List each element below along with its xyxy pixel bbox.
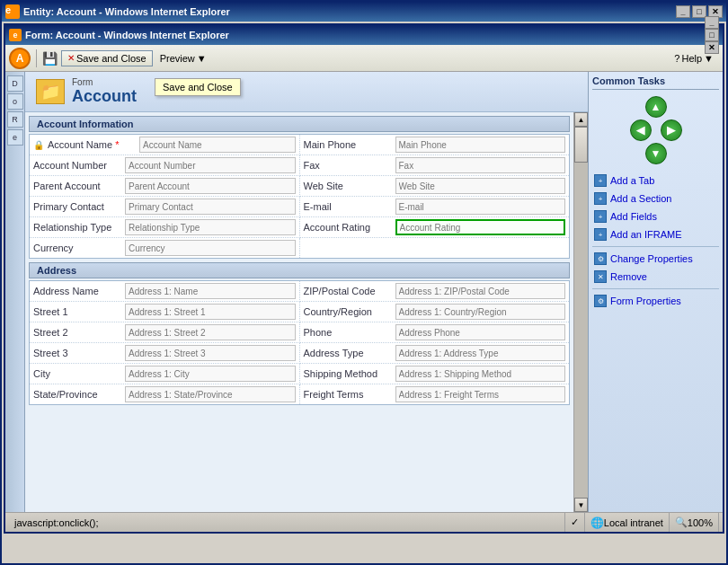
state-province-input[interactable] — [125, 386, 296, 402]
add-tab-item[interactable]: + Add a Tab — [592, 172, 719, 189]
street1-label: Street 1 — [33, 306, 123, 317]
arrow-row-bottom: ▼ — [644, 142, 668, 165]
website-input[interactable] — [395, 178, 566, 194]
field-cell: State/Province — [30, 384, 300, 405]
add-fields-icon: + — [594, 210, 607, 223]
common-tasks-panel: Common Tasks ▲ ◀ ▶ ▼ — [588, 72, 723, 512]
relationship-type-input[interactable] — [125, 219, 296, 235]
status-zone-text: Local intranet — [604, 517, 663, 528]
left-nav-panel: D o R e — [5, 72, 25, 512]
inner-maximize-button[interactable]: □ — [705, 29, 719, 41]
change-properties-icon: ⚙ — [594, 252, 607, 265]
add-iframe-item[interactable]: + Add an IFRAME — [592, 226, 719, 243]
parent-account-input[interactable] — [125, 178, 296, 194]
field-cell-empty — [299, 238, 570, 259]
address-name-input[interactable] — [125, 283, 296, 299]
address-type-label: Address Type — [304, 348, 394, 358]
zip-label: ZIP/Postal Code — [304, 286, 394, 296]
phone-label: Phone — [304, 327, 394, 338]
zip-input[interactable] — [395, 283, 566, 299]
add-section-icon: + — [594, 192, 607, 205]
account-name-input[interactable] — [139, 137, 296, 153]
toolbar: A 💾 ✕ Save and Close Preview ▼ ? Help ▼ — [5, 45, 723, 72]
account-number-label: Account Number — [33, 160, 123, 171]
add-fields-label: Add Fields — [610, 211, 657, 222]
email-input[interactable] — [395, 199, 566, 215]
currency-input[interactable] — [125, 240, 296, 256]
nav-item-4[interactable]: e — [7, 129, 23, 146]
arrow-right-button[interactable]: ▶ — [661, 119, 682, 141]
preview-button[interactable]: Preview ▼ — [156, 51, 210, 66]
field-cell: Freight Terms — [299, 384, 570, 405]
status-zoom: 🔍 100% — [670, 513, 719, 532]
status-ready: ✓ — [565, 513, 585, 532]
arrow-row-middle: ◀ ▶ — [629, 119, 683, 142]
change-properties-label: Change Properties — [610, 253, 693, 264]
table-row: 🔒 Account Name * Main Phone — [30, 135, 570, 155]
arrow-down-button[interactable]: ▼ — [645, 143, 667, 164]
add-section-item[interactable]: + Add a Section — [592, 190, 719, 207]
field-cell: Parent Account — [30, 176, 300, 197]
inner-ie-window: e Form: Account - Windows Internet Explo… — [4, 23, 724, 534]
scroll-track[interactable] — [574, 127, 588, 498]
form-title: Account — [72, 87, 137, 106]
field-cell: Phone — [299, 322, 570, 343]
save-close-icon: ✕ — [67, 53, 75, 63]
change-properties-item[interactable]: ⚙ Change Properties — [592, 251, 719, 267]
table-row: Street 1 Country/Region — [30, 302, 570, 322]
street3-input[interactable] — [125, 345, 296, 361]
arrow-up-button[interactable]: ▲ — [645, 96, 667, 118]
scroll-thumb[interactable] — [574, 127, 588, 163]
field-cell: ZIP/Postal Code — [299, 281, 570, 302]
country-input[interactable] — [395, 304, 566, 320]
freight-terms-input[interactable] — [395, 386, 566, 402]
address-name-label: Address Name — [33, 286, 123, 296]
street1-input[interactable] — [125, 304, 296, 320]
arrow-row-top: ▲ — [644, 95, 668, 119]
address-type-input[interactable] — [395, 345, 566, 361]
address-section-header: Address — [29, 262, 570, 278]
main-area: D o R e 📁 Form Account — [5, 72, 723, 512]
table-row: City Shipping Method — [30, 364, 570, 384]
add-fields-item[interactable]: + Add Fields — [592, 208, 719, 225]
field-cell: Currency — [30, 238, 300, 259]
field-cell: 🔒 Account Name * — [30, 135, 300, 155]
arrow-left-button[interactable]: ◀ — [630, 119, 652, 141]
form-header: 📁 Form Account — [25, 72, 588, 112]
form-properties-item[interactable]: ⚙ Form Properties — [592, 293, 719, 309]
street2-label: Street 2 — [33, 327, 123, 338]
toolbar-divider — [36, 49, 37, 67]
phone-input[interactable] — [395, 324, 566, 340]
account-rating-input[interactable] — [395, 219, 566, 235]
field-cell: Relationship Type — [30, 217, 300, 238]
help-icon: ? — [674, 53, 679, 64]
vertical-scrollbar[interactable]: ▲ ▼ — [573, 112, 588, 512]
task-divider-1 — [592, 246, 719, 247]
account-number-input[interactable] — [125, 157, 296, 173]
save-close-button[interactable]: ✕ Save and Close — [61, 50, 153, 66]
primary-contact-input[interactable] — [125, 199, 296, 215]
remove-item[interactable]: ✕ Remove — [592, 269, 719, 285]
common-tasks-header: Common Tasks — [592, 75, 719, 90]
nav-item-3[interactable]: R — [7, 111, 23, 128]
account-information-label: Account Information — [37, 119, 134, 129]
status-url-text: javascript:onclick(); — [14, 517, 99, 528]
city-label: City — [33, 368, 123, 379]
scroll-up-button[interactable]: ▲ — [574, 112, 588, 127]
shipping-method-input[interactable] — [395, 366, 566, 382]
street2-input[interactable] — [125, 324, 296, 340]
disk-icon: 💾 — [42, 51, 58, 66]
ready-icon: ✓ — [571, 516, 579, 528]
nav-item-2[interactable]: o — [7, 93, 23, 110]
nav-item-1[interactable]: D — [7, 75, 23, 92]
help-button[interactable]: ? Help ▼ — [669, 51, 719, 66]
form-container: 📁 Form Account Account Information — [25, 72, 588, 512]
inner-window-controls[interactable]: _ □ ✕ — [705, 16, 719, 54]
inner-minimize-button[interactable]: _ — [705, 16, 719, 29]
fax-input[interactable] — [395, 157, 566, 173]
city-input[interactable] — [125, 366, 296, 382]
minimize-button[interactable]: _ — [676, 5, 690, 18]
main-phone-input[interactable] — [395, 137, 566, 153]
scroll-down-button[interactable]: ▼ — [574, 498, 588, 512]
help-label: Help — [681, 53, 702, 64]
